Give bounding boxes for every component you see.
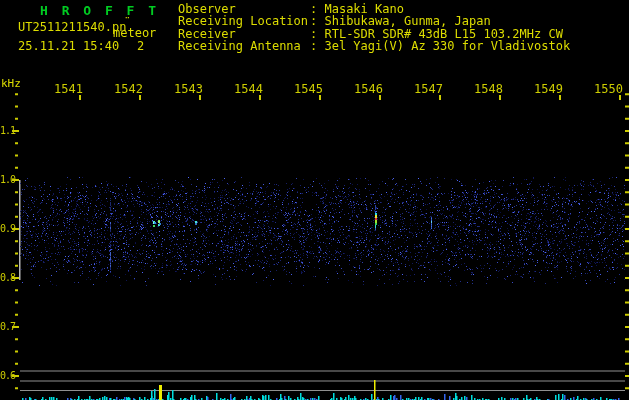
freq-axis-unit: kHz xyxy=(1,77,21,90)
info-separator: : xyxy=(310,39,317,53)
station-info: Observer: Masaki Kano Receiving Location… xyxy=(178,3,570,53)
time-axis-label: 1549 xyxy=(533,82,563,96)
freq-axis-label: 0.7 xyxy=(0,321,15,332)
info-label: Receiving Location xyxy=(178,15,310,27)
time-axis-label: 1545 xyxy=(293,82,323,96)
info-value: 3el Yagi(V) Az 330 for Vladivostok xyxy=(324,39,570,53)
freq-axis-label: 0.6 xyxy=(0,370,15,381)
time-axis-label: 1546 xyxy=(353,82,383,96)
time-axis-label: 1541 xyxy=(53,82,83,96)
freq-axis-label: 1.1 xyxy=(0,125,15,136)
output-filename: UT2511211540.pn xyxy=(18,20,126,34)
freq-axis-label: 0.8 xyxy=(0,272,15,283)
time-axis-label: 1543 xyxy=(173,82,203,96)
timestamp: 25.11.21 15:40 xyxy=(18,39,119,53)
app-title: H R O F F T xyxy=(40,3,159,18)
spectrogram-canvas xyxy=(0,0,629,400)
freq-axis-label: 1.0 xyxy=(0,174,15,185)
time-axis-label: 1544 xyxy=(233,82,263,96)
hrofft-screen: H R O F F T UT2511211540.pn ¨ meteor 25.… xyxy=(0,0,629,400)
time-axis-label: 1550 xyxy=(593,82,623,96)
freq-axis-label: 0.9 xyxy=(0,223,15,234)
time-axis-label: 1547 xyxy=(413,82,443,96)
echo-counter: 2 xyxy=(137,39,144,53)
mode-label: meteor xyxy=(113,26,156,40)
time-axis-label: 1542 xyxy=(113,82,143,96)
info-label: Receiving Antenna xyxy=(178,40,310,52)
time-axis-label: 1548 xyxy=(473,82,503,96)
info-row-antenna: Receiving Antenna: 3el Yagi(V) Az 330 fo… xyxy=(178,40,570,52)
